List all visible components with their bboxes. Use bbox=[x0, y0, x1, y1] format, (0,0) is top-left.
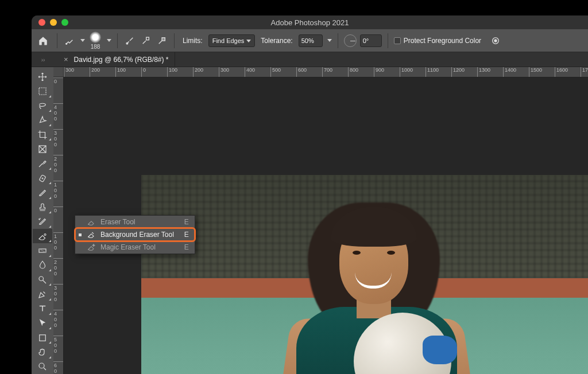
eyedropper-tool[interactable] bbox=[33, 157, 52, 171]
close-window-button[interactable] bbox=[38, 19, 45, 26]
photoshop-window: Adobe Photoshop 2021 188 Limits: Find bbox=[32, 15, 588, 374]
ruler-tick: 300 bbox=[53, 284, 63, 310]
ruler-tick: 1400 bbox=[503, 67, 529, 77]
ruler-tick: 600 bbox=[296, 67, 322, 77]
chevron-down-icon[interactable] bbox=[80, 39, 85, 42]
tool-preset-icon[interactable] bbox=[63, 34, 76, 47]
svg-point-9 bbox=[44, 233, 46, 235]
document-tab[interactable]: × David.jpg @ 66,7% (RGB/8#) * bbox=[55, 52, 175, 67]
svg-rect-6 bbox=[39, 88, 46, 95]
options-bar: 188 Limits: Find Edges Tolerance: 50% 0° bbox=[32, 29, 588, 52]
angle-dial[interactable] bbox=[344, 34, 357, 47]
limits-select[interactable]: Find Edges bbox=[208, 34, 256, 47]
ruler-tick: 400 bbox=[245, 67, 270, 77]
ruler-tick: 100 bbox=[53, 181, 63, 207]
angle-input[interactable]: 0° bbox=[360, 34, 382, 47]
ruler-origin[interactable] bbox=[53, 67, 64, 77]
home-button[interactable] bbox=[35, 33, 51, 49]
ruler-tick: 1000 bbox=[400, 67, 425, 77]
brush-preset-picker[interactable]: 188 bbox=[88, 32, 102, 50]
svg-point-5 bbox=[494, 40, 497, 42]
brush-tool[interactable] bbox=[33, 185, 52, 200]
marquee-tool[interactable] bbox=[33, 84, 52, 98]
tolerance-input[interactable]: 50% bbox=[299, 34, 323, 47]
gradient-tool[interactable] bbox=[33, 243, 52, 258]
flyout-item-magic-eraser[interactable]: Magic Eraser Tool E bbox=[75, 241, 195, 254]
workspace: 3002001000100200300400500600700800900100… bbox=[32, 67, 588, 374]
ruler-tick: 900 bbox=[374, 67, 400, 77]
flyout-item-shortcut: E bbox=[184, 231, 189, 239]
sampling-swatch-icon[interactable] bbox=[156, 34, 168, 47]
dodge-tool[interactable] bbox=[33, 272, 52, 287]
history-brush-tool[interactable] bbox=[33, 215, 52, 229]
angle-value: 0° bbox=[363, 37, 369, 44]
brush-preview-icon bbox=[90, 32, 101, 43]
eraser-icon bbox=[87, 217, 96, 227]
blur-tool[interactable] bbox=[33, 258, 52, 272]
magic-eraser-icon bbox=[87, 243, 96, 252]
horizontal-ruler[interactable]: 3002001000100200300400500600700800900100… bbox=[64, 67, 588, 77]
chevron-down-icon[interactable] bbox=[327, 39, 332, 42]
ruler-tick: 500 bbox=[270, 67, 296, 77]
ruler-tick: 600 bbox=[53, 361, 63, 374]
flyout-item-label: Eraser Tool bbox=[100, 218, 174, 226]
tolerance-value: 50% bbox=[301, 37, 314, 44]
svg-point-0 bbox=[66, 43, 67, 44]
lasso-tool[interactable] bbox=[33, 99, 52, 113]
zoom-tool[interactable] bbox=[33, 360, 52, 374]
limits-label: Limits: bbox=[183, 37, 203, 45]
flyout-item-eraser[interactable]: Eraser Tool E bbox=[75, 216, 195, 228]
background-eraser-icon bbox=[87, 230, 96, 239]
tools-panel bbox=[32, 67, 53, 374]
shape-tool[interactable] bbox=[33, 330, 52, 345]
type-tool[interactable] bbox=[33, 302, 52, 316]
healing-tool[interactable] bbox=[33, 171, 52, 185]
eraser-tool-flyout: Eraser Tool E Background Eraser Tool E M… bbox=[75, 215, 195, 254]
titlebar: Adobe Photoshop 2021 bbox=[32, 15, 588, 29]
move-tool[interactable] bbox=[33, 69, 52, 84]
pressure-icon[interactable] bbox=[489, 34, 502, 47]
ruler-tick: 800 bbox=[348, 67, 374, 77]
panel-expand-icon[interactable]: ›› bbox=[32, 52, 55, 67]
flyout-item-label: Background Eraser Tool bbox=[100, 231, 174, 239]
vertical-ruler[interactable]: 0400300200100010020030040050060070080090… bbox=[53, 77, 64, 374]
eraser-tool[interactable] bbox=[33, 229, 52, 243]
document-tab-close[interactable]: × bbox=[63, 55, 69, 64]
ruler-tick: 0 bbox=[53, 207, 63, 232]
chevron-down-icon[interactable] bbox=[107, 39, 111, 42]
ruler-tick: 500 bbox=[53, 336, 63, 361]
protect-foreground-label: Protect Foreground Color bbox=[404, 37, 481, 45]
svg-point-11 bbox=[39, 276, 44, 281]
window-controls bbox=[32, 19, 68, 26]
crop-tool[interactable] bbox=[33, 127, 52, 142]
path-select-tool[interactable] bbox=[33, 316, 52, 330]
limits-value: Find Edges bbox=[212, 37, 245, 44]
app-title: Adobe Photoshop 2021 bbox=[32, 18, 588, 27]
pen-tool[interactable] bbox=[33, 287, 52, 301]
ruler-tick: 0 bbox=[53, 77, 63, 103]
protect-foreground-checkbox[interactable]: Protect Foreground Color bbox=[394, 37, 481, 45]
ruler-tick: 1100 bbox=[425, 67, 451, 77]
frame-tool[interactable] bbox=[33, 142, 52, 156]
ruler-tick: 0 bbox=[141, 67, 167, 77]
canvas-area: 3002001000100200300400500600700800900100… bbox=[53, 67, 588, 374]
sampling-continuous-icon[interactable] bbox=[123, 34, 136, 47]
svg-rect-2 bbox=[146, 37, 149, 40]
svg-rect-12 bbox=[40, 334, 46, 341]
svg-rect-3 bbox=[162, 37, 165, 40]
flyout-item-background-eraser[interactable]: Background Eraser Tool E bbox=[75, 228, 195, 241]
stamp-tool[interactable] bbox=[33, 200, 52, 215]
ruler-tick: 1700 bbox=[581, 67, 588, 77]
minimize-window-button[interactable] bbox=[50, 19, 57, 26]
ruler-tick: 400 bbox=[53, 103, 63, 129]
active-dot-icon bbox=[79, 233, 82, 236]
selection-tool[interactable] bbox=[33, 113, 52, 127]
flyout-item-label: Magic Eraser Tool bbox=[100, 243, 174, 251]
ruler-tick: 100 bbox=[53, 232, 63, 258]
sampling-once-icon[interactable] bbox=[140, 34, 152, 47]
ruler-tick: 200 bbox=[193, 67, 219, 77]
document-image[interactable] bbox=[141, 175, 588, 374]
zoom-window-button[interactable] bbox=[61, 19, 68, 26]
ruler-tick: 200 bbox=[90, 67, 115, 77]
hand-tool[interactable] bbox=[33, 345, 52, 359]
